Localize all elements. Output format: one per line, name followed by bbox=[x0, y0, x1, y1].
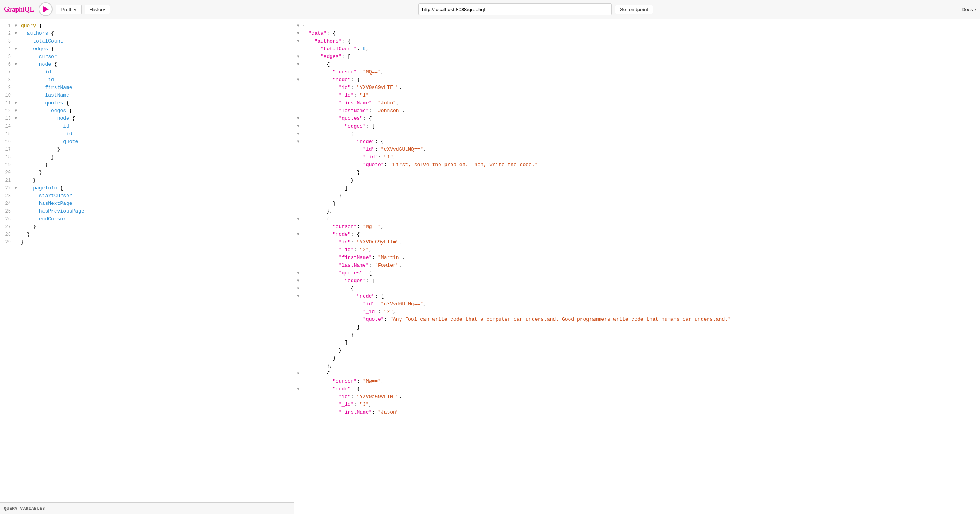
code-content: pageInfo { bbox=[20, 184, 63, 192]
line-number: 28 bbox=[0, 231, 15, 238]
code-content: quote bbox=[20, 138, 78, 146]
fold-arrow[interactable]: ▼ bbox=[15, 115, 20, 123]
json-content: "id": "cXVvdGUtMg==", bbox=[302, 300, 426, 308]
json-fold-arrow: ▼ bbox=[297, 123, 302, 130]
code-content: } bbox=[20, 223, 36, 231]
fold-arrow[interactable]: ▼ bbox=[15, 184, 20, 192]
endpoint-input[interactable] bbox=[418, 3, 612, 15]
code-content: hasPreviousPage bbox=[20, 208, 84, 215]
json-fold-arrow bbox=[297, 408, 302, 416]
response-line: } bbox=[297, 331, 980, 339]
query-variables-bar[interactable]: QUERY VARIABLES bbox=[0, 502, 294, 514]
query-editor-panel: 1▼query {2▼ authors {3 totalCount4▼ edge… bbox=[0, 19, 294, 514]
json-fold-arrow bbox=[297, 316, 302, 323]
response-line: "firstName": "John", bbox=[297, 99, 980, 107]
json-fold-arrow bbox=[297, 68, 302, 76]
json-content: } bbox=[302, 177, 354, 184]
json-content: "node": { bbox=[302, 293, 384, 300]
response-line: ▼ "node": { bbox=[297, 385, 980, 393]
json-content: "lastName": "Johnson", bbox=[302, 107, 405, 115]
query-line: 9 firstName bbox=[0, 84, 294, 92]
response-line: } bbox=[297, 323, 980, 331]
fold-arrow[interactable]: ▼ bbox=[15, 22, 20, 30]
prettify-button[interactable]: Prettify bbox=[56, 5, 81, 14]
response-line: ▼ "node": { bbox=[297, 138, 980, 146]
line-number: 7 bbox=[0, 68, 15, 76]
history-button[interactable]: History bbox=[85, 5, 110, 14]
response-line: "_id": "1", bbox=[297, 92, 980, 99]
fold-arrow[interactable]: ▼ bbox=[15, 99, 20, 107]
json-fold-arrow bbox=[297, 347, 302, 354]
json-fold-arrow: ▼ bbox=[297, 30, 302, 37]
json-content: "totalCount": 9, bbox=[302, 45, 369, 53]
json-content: "node": { bbox=[302, 76, 360, 84]
query-line: 28 } bbox=[0, 231, 294, 238]
line-number: 15 bbox=[0, 130, 15, 138]
code-content: quotes { bbox=[20, 99, 69, 107]
run-button[interactable] bbox=[39, 2, 53, 16]
response-line: "lastName": "Johnson", bbox=[297, 107, 980, 115]
code-content: edges { bbox=[20, 45, 54, 53]
code-content: id bbox=[20, 68, 51, 76]
query-editor[interactable]: 1▼query {2▼ authors {3 totalCount4▼ edge… bbox=[0, 19, 294, 502]
code-content: totalCount bbox=[20, 37, 63, 45]
query-line: 7 id bbox=[0, 68, 294, 76]
json-fold-arrow bbox=[297, 238, 302, 246]
json-fold-arrow bbox=[297, 169, 302, 177]
response-line: ▼{ bbox=[297, 22, 980, 30]
json-fold-arrow: ▼ bbox=[297, 22, 302, 30]
set-endpoint-button[interactable]: Set endpoint bbox=[615, 5, 653, 14]
json-content: "id": "cXVvdGUtMQ==", bbox=[302, 146, 426, 153]
line-number: 8 bbox=[0, 76, 15, 84]
json-fold-arrow: ▼ bbox=[297, 115, 302, 123]
json-fold-arrow bbox=[297, 45, 302, 53]
response-line: ▼ { bbox=[297, 285, 980, 293]
json-content: { bbox=[302, 130, 354, 138]
json-content: "node": { bbox=[302, 138, 384, 146]
json-fold-arrow bbox=[297, 177, 302, 184]
json-content: { bbox=[302, 285, 354, 293]
query-line: 20 } bbox=[0, 169, 294, 177]
code-content: lastName bbox=[20, 92, 69, 99]
json-content: "quotes": { bbox=[302, 269, 372, 277]
json-fold-arrow bbox=[297, 99, 302, 107]
line-number: 23 bbox=[0, 192, 15, 200]
query-line: 8 _id bbox=[0, 76, 294, 84]
response-line: "_id": "2", bbox=[297, 308, 980, 316]
line-number: 4 bbox=[0, 45, 15, 53]
docs-button[interactable]: Docs › bbox=[961, 7, 976, 12]
json-fold-arrow: ▼ bbox=[297, 130, 302, 138]
json-fold-arrow bbox=[297, 401, 302, 408]
json-content: "_id": "1", bbox=[302, 153, 396, 161]
fold-arrow[interactable]: ▼ bbox=[15, 30, 20, 37]
json-fold-arrow bbox=[297, 223, 302, 231]
line-number: 13 bbox=[0, 115, 15, 123]
code-content: firstName bbox=[20, 84, 72, 92]
code-content: startCursor bbox=[20, 192, 72, 200]
query-line: 26 endCursor bbox=[0, 215, 294, 223]
query-line: 13▼ node { bbox=[0, 115, 294, 123]
fold-arrow[interactable]: ▼ bbox=[15, 45, 20, 53]
json-content: "edges": [ bbox=[302, 277, 375, 285]
json-content: { bbox=[302, 61, 330, 68]
json-content: }, bbox=[302, 362, 333, 370]
fold-arrow[interactable]: ▼ bbox=[15, 61, 20, 68]
response-line: "_id": "2", bbox=[297, 246, 980, 254]
code-content: } bbox=[20, 177, 36, 184]
query-line: 17 } bbox=[0, 146, 294, 153]
json-fold-arrow bbox=[297, 354, 302, 362]
code-content: _id bbox=[20, 76, 54, 84]
code-content: cursor bbox=[20, 53, 57, 61]
json-content: "firstName": "John", bbox=[302, 99, 399, 107]
line-number: 16 bbox=[0, 138, 15, 146]
json-content: }, bbox=[302, 208, 333, 215]
json-fold-arrow bbox=[297, 246, 302, 254]
fold-arrow[interactable]: ▼ bbox=[15, 107, 20, 115]
response-line: "totalCount": 9, bbox=[297, 45, 980, 53]
json-fold-arrow: ▼ bbox=[297, 76, 302, 84]
query-line: 4▼ edges { bbox=[0, 45, 294, 53]
response-panel[interactable]: ▼{▼ "data": {▼ "authors": { "totalCount"… bbox=[294, 19, 980, 514]
json-fold-arrow bbox=[297, 153, 302, 161]
query-line: 21 } bbox=[0, 177, 294, 184]
query-line: 19 } bbox=[0, 161, 294, 169]
